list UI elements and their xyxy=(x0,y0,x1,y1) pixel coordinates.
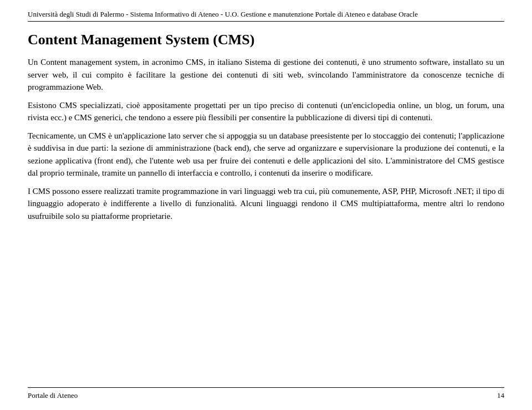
footer-left: Portale di Ateneo xyxy=(28,391,78,400)
paragraph-1: Un Content management system, in acronim… xyxy=(28,56,504,94)
footer-right: 14 xyxy=(497,391,504,400)
page-container: Università degli Studi di Palermo - Sist… xyxy=(0,0,532,410)
page-header: Università degli Studi di Palermo - Sist… xyxy=(28,10,504,22)
paragraph-4: I CMS possono essere realizzati tramite … xyxy=(28,185,504,223)
paragraph-3: Tecnicamente, un CMS è un'applicazione l… xyxy=(28,130,504,180)
page-title: Content Management System (CMS) xyxy=(28,32,504,48)
header-text: Università degli Studi di Palermo - Sist… xyxy=(28,10,418,18)
page-footer: Portale di Ateneo 14 xyxy=(28,387,504,400)
paragraph-2: Esistono CMS specializzati, cioè apposit… xyxy=(28,99,504,124)
